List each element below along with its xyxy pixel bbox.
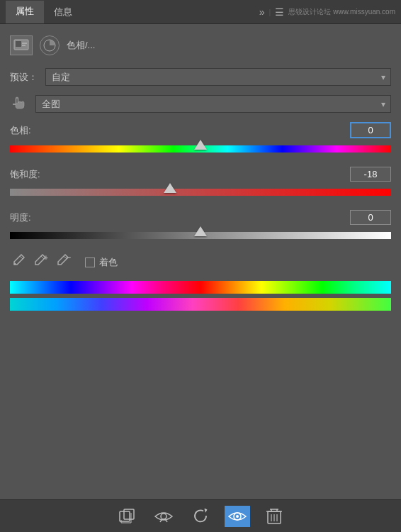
hue-label: 色相: [10,124,31,137]
tab-info[interactable]: 信息 [44,1,82,23]
view-button[interactable] [151,506,176,527]
sat-thumb[interactable] [164,183,176,193]
preset-label: 预设： [10,71,45,84]
properties-panel: 色相/... 预设： 自定 默认 氰版照相 全图 红色 黄色 绿色 [0,24,401,523]
spectrum-section [10,281,391,311]
colorize-label: 着色 [99,256,118,269]
light-header: 明度: [10,210,391,225]
light-label: 明度: [10,211,31,224]
top-bar-right: » | ☰ 思锐设计论坛 www.missyuan.com [259,6,395,18]
svg-rect-1 [16,41,21,47]
panel-header-row: 色相/... [10,31,391,60]
hand-icon [10,93,28,115]
spectrum-hue-bar [10,281,391,294]
colorize-row: 着色 [85,256,118,269]
preset-row: 预设： 自定 默认 氰版照相 [10,68,391,86]
colorize-checkbox[interactable] [85,257,95,267]
saturation-section: 饱和度: [10,167,391,200]
tab-properties[interactable]: 属性 [6,1,44,23]
hue-slider-wrapper[interactable] [10,141,391,157]
sat-header: 饱和度: [10,167,391,182]
watermark-text: 思锐设计论坛 www.missyuan.com [288,7,395,17]
light-value-input[interactable] [350,210,391,225]
channel-select-wrapper: 全图 红色 黄色 绿色 青色 蓝色 洋红 [35,95,391,113]
adjustment-icon [40,35,60,55]
channel-select[interactable]: 全图 红色 黄色 绿色 青色 蓝色 洋红 [35,95,391,113]
clip-mask-button[interactable] [114,506,140,527]
hue-value-input[interactable] [350,122,391,138]
svg-rect-2 [22,43,27,44]
hue-section: 色相: [10,122,391,157]
bottom-toolbar [0,499,401,532]
visibility-button[interactable] [225,506,250,527]
svg-text:−: − [66,253,71,262]
svg-rect-11 [124,509,134,519]
sat-slider-wrapper[interactable] [10,184,391,200]
eyedropper-icon[interactable] [10,253,27,271]
sat-value-input[interactable] [350,167,391,182]
eyedropper-remove-icon[interactable]: − [55,253,72,271]
hue-header: 色相: [10,122,391,138]
lightness-section: 明度: [10,210,391,243]
svg-rect-5 [16,99,18,103]
light-thumb[interactable] [194,226,207,236]
preset-select-wrapper: 自定 默认 氰版照相 [45,68,391,86]
forward-icon[interactable]: » [259,6,265,18]
svg-point-7 [14,263,16,265]
spectrum-result-bar [10,298,391,311]
menu-icon[interactable]: ☰ [275,6,284,18]
svg-rect-3 [22,45,26,46]
svg-point-15 [236,515,239,518]
sat-label: 饱和度: [10,168,40,181]
svg-text:+: + [44,254,48,262]
svg-rect-10 [120,511,130,521]
reset-button[interactable] [188,506,213,527]
panel-title: 色相/... [67,39,95,52]
preset-select[interactable]: 自定 默认 氰版照相 [45,68,391,86]
eyedropper-add-icon[interactable]: + [33,253,50,271]
tools-row: + − 着色 [10,253,391,271]
layer-icon [10,35,33,55]
hue-thumb[interactable] [194,140,207,150]
svg-point-12 [161,514,166,519]
light-slider-wrapper[interactable] [10,228,391,243]
channel-row: 全图 红色 黄色 绿色 青色 蓝色 洋红 [10,93,391,115]
delete-button[interactable] [261,506,287,527]
sat-track [10,189,391,196]
top-bar: 属性 信息 » | ☰ 思锐设计论坛 www.missyuan.com [0,0,401,24]
